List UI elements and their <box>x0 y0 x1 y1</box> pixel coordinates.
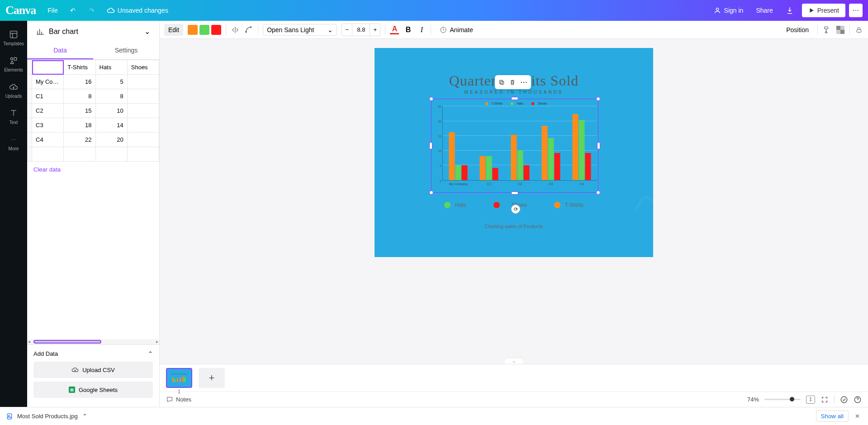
chart-type-selector[interactable]: Bar chart ⌄ <box>27 21 159 42</box>
share-button[interactable]: Share <box>751 4 777 17</box>
data-cell[interactable]: C1 <box>32 89 64 104</box>
canvas-scroll[interactable]: Quarterly Units Sold MEASURED IN THOUSAN… <box>160 39 868 364</box>
header-cell[interactable]: Shoes <box>127 60 159 75</box>
download-filename[interactable]: Most Sold Products.jpg <box>17 413 78 420</box>
font-size-decrease[interactable]: − <box>342 24 352 36</box>
more-menu-button[interactable]: ⋯ <box>849 4 863 17</box>
data-cell[interactable] <box>127 147 159 162</box>
save-status[interactable]: Unsaved changes <box>102 4 173 17</box>
notes-icon[interactable]: Notes <box>166 396 191 403</box>
font-selector[interactable]: Open Sans Light ⌄ <box>263 24 337 36</box>
zoom-slider[interactable] <box>764 399 801 400</box>
rail-text[interactable]: Text <box>0 104 27 129</box>
header-cell[interactable]: T-Shirts <box>64 60 95 75</box>
edit-button[interactable]: Edit <box>164 24 183 36</box>
redo-button[interactable]: ↷ <box>83 4 100 17</box>
data-cell[interactable]: C4 <box>32 133 64 147</box>
rail-more[interactable]: ⋯ More <box>0 130 27 155</box>
data-cell[interactable]: 5 <box>95 75 127 89</box>
data-cell[interactable] <box>95 147 127 162</box>
font-size-increase[interactable]: + <box>370 24 380 36</box>
svg-rect-16 <box>857 29 861 32</box>
position-button[interactable]: Position <box>782 24 813 36</box>
tab-data[interactable]: Data <box>27 42 93 59</box>
header-cell[interactable] <box>32 60 64 75</box>
data-cell[interactable]: 14 <box>95 118 127 133</box>
table-h-scrollbar[interactable]: ◂▸ <box>27 339 159 344</box>
close-icon[interactable]: ✕ <box>853 411 862 421</box>
resize-handle[interactable] <box>511 191 518 195</box>
curve-icon[interactable] <box>244 25 253 34</box>
color-swatch-tshirts[interactable] <box>188 25 198 35</box>
rail-uploads[interactable]: Uploads <box>0 78 27 102</box>
data-cell[interactable]: My Compa <box>32 75 64 89</box>
data-cell[interactable] <box>127 118 159 133</box>
chart-element[interactable]: T-Shirts Hats Shoes 0510152025 My Compan… <box>431 99 598 193</box>
resize-handle[interactable] <box>429 191 433 195</box>
lock-icon[interactable] <box>854 25 863 34</box>
slide-subtitle[interactable]: MEASURED IN THOUSANDS <box>375 90 653 95</box>
data-cell[interactable] <box>127 75 159 89</box>
data-cell[interactable] <box>32 147 64 162</box>
resize-handle[interactable] <box>429 142 432 149</box>
page-thumbnail[interactable]: QUARTERLY UNITS SOLD 1 <box>166 368 192 388</box>
more-icon[interactable]: ⋯ <box>520 78 527 86</box>
page-count-icon[interactable]: 1 <box>806 396 815 404</box>
add-page-button[interactable]: + <box>199 368 225 388</box>
resize-handle[interactable] <box>597 142 600 149</box>
upload-csv-button[interactable]: Upload CSV <box>33 362 153 378</box>
add-data-header[interactable]: Add Data ⌃ <box>33 350 153 357</box>
animate-button[interactable]: Animate <box>436 24 477 36</box>
help-icon[interactable] <box>854 396 862 404</box>
show-all-button[interactable]: Show all <box>816 411 849 422</box>
data-cell[interactable] <box>127 104 159 118</box>
chevron-up-icon[interactable]: ⌃ <box>82 413 87 420</box>
data-cell[interactable] <box>127 89 159 104</box>
undo-button[interactable]: ↶ <box>64 4 81 17</box>
data-cell[interactable] <box>64 147 95 162</box>
slide[interactable]: Quarterly Units Sold MEASURED IN THOUSAN… <box>375 48 653 257</box>
tab-settings[interactable]: Settings <box>93 42 159 59</box>
data-cell[interactable]: 16 <box>64 75 95 89</box>
sign-in-button[interactable]: Sign in <box>709 4 748 17</box>
duplicate-icon[interactable] <box>498 79 505 86</box>
text-color-icon[interactable]: A <box>390 25 399 34</box>
data-cell[interactable]: 8 <box>95 89 127 104</box>
bold-icon[interactable]: B <box>403 25 413 34</box>
font-size-input[interactable] <box>352 24 370 36</box>
slide-caption[interactable]: Charting sales of Products <box>375 224 653 229</box>
help-check-icon[interactable] <box>840 396 848 404</box>
file-menu[interactable]: File <box>43 4 62 17</box>
google-sheets-button[interactable]: Google Sheets <box>33 382 153 398</box>
transparency-icon[interactable] <box>836 25 845 34</box>
data-cell[interactable] <box>127 133 159 147</box>
italic-icon[interactable]: I <box>417 25 426 34</box>
resize-handle[interactable] <box>429 97 433 101</box>
data-cell[interactable]: C2 <box>32 104 64 118</box>
resize-handle[interactable] <box>596 191 600 195</box>
rail-templates[interactable]: Templates <box>0 25 27 50</box>
rail-elements[interactable]: Elements <box>0 52 27 76</box>
resize-handle[interactable] <box>596 97 600 101</box>
data-cell[interactable]: 8 <box>64 89 95 104</box>
present-button[interactable]: Present <box>802 4 845 17</box>
fullscreen-icon[interactable] <box>821 396 829 404</box>
data-cell[interactable]: 22 <box>64 133 95 147</box>
clear-data-button[interactable]: Clear data <box>27 162 159 177</box>
copy-style-icon[interactable] <box>822 25 831 34</box>
color-swatch-shoes[interactable] <box>211 25 221 35</box>
color-swatch-hats[interactable] <box>199 25 209 35</box>
collapse-pages-handle[interactable]: ⌄ <box>505 358 523 364</box>
data-cell[interactable]: 18 <box>64 118 95 133</box>
data-cell[interactable]: 10 <box>95 104 127 118</box>
refresh-icon[interactable]: ⟳ <box>511 205 520 214</box>
header-cell[interactable]: Hats <box>95 60 127 75</box>
data-cell[interactable]: 15 <box>64 104 95 118</box>
data-cell[interactable]: C3 <box>32 118 64 133</box>
download-button[interactable] <box>781 3 798 18</box>
resize-handle[interactable] <box>511 97 518 100</box>
data-cell[interactable]: 20 <box>95 133 127 147</box>
flip-h-icon[interactable] <box>231 25 240 34</box>
delete-icon[interactable] <box>509 79 516 86</box>
zoom-percent[interactable]: 74% <box>747 396 759 403</box>
